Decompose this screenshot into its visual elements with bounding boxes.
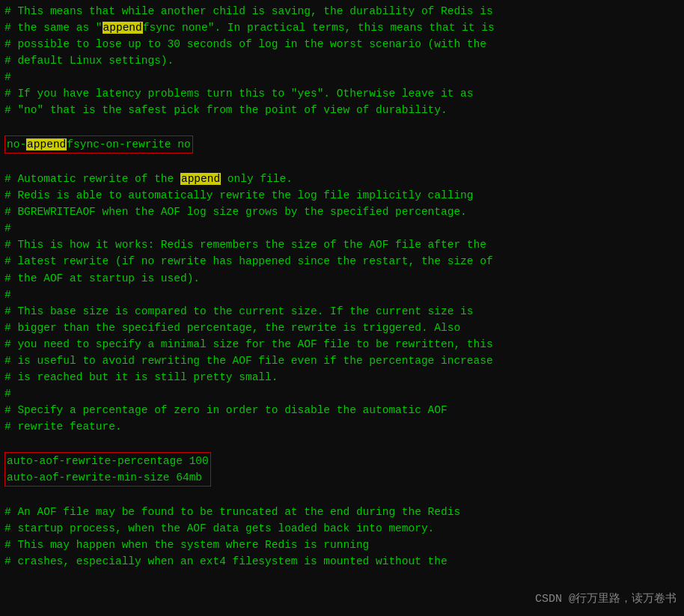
config-block-border: auto-aof-rewrite-percentage 100 auto-aof… [4, 452, 211, 487]
config-line-percentage: auto-aof-rewrite-percentage 100 [7, 453, 209, 469]
line-3: # possible to lose up to 30 seconds of l… [4, 36, 680, 52]
line-21: # you need to specify a minimal size for… [4, 336, 680, 353]
line-17: # the AOF at startup is used). [4, 270, 680, 287]
line-22: # is useful to avoid rewriting the AOF f… [4, 353, 680, 369]
line-5: # [4, 69, 680, 85]
line-27 [4, 435, 680, 451]
code-container: # This means that while another child is… [0, 0, 684, 616]
boxed-no-appendfsync: no-appendfsync-on-rewrite no [4, 135, 193, 153]
line-2: # the same as "appendfsync none". In pra… [4, 19, 680, 36]
line-23: # is reached but it is still pretty smal… [4, 369, 680, 385]
line-1: # This means that while another child is… [4, 3, 680, 19]
line-33: # This may happen when the system where … [4, 537, 680, 553]
line-30 [4, 487, 680, 504]
line-10 [4, 154, 680, 171]
line-16: # latest rewrite (if no rewrite has happ… [4, 253, 680, 269]
config-line-no-appendfsync: no-appendfsync-on-rewrite no [4, 135, 680, 153]
line-4: # default Linux settings). [4, 52, 680, 69]
line-19: # This base size is compared to the curr… [4, 303, 680, 320]
line-24: # [4, 385, 680, 402]
line-12: # Redis is able to automatically rewrite… [4, 187, 680, 204]
line-6: # If you have latency problems turn this… [4, 85, 680, 102]
line-25: # Specify a percentage of zero in order … [4, 402, 680, 418]
highlight-append-2: append [180, 173, 221, 185]
line-13: # BGREWRITEAOF when the AOF log size gro… [4, 204, 680, 220]
line-7: # "no" that is the safest pick from the … [4, 102, 680, 118]
watermark: CSDN @行万里路，读万卷书 [535, 591, 677, 609]
line-18: # [4, 287, 680, 303]
line-8 [4, 118, 680, 135]
config-block-auto-aof: auto-aof-rewrite-percentage 100 auto-aof… [4, 452, 680, 487]
line-15: # This is how it works: Redis remembers … [4, 237, 680, 253]
line-34: # crashes, especially when an ext4 files… [4, 553, 680, 570]
line-26: # rewrite feature. [4, 418, 680, 435]
highlight-append-boxed: append [26, 138, 67, 150]
line-14: # [4, 220, 680, 237]
line-11: # Automatic rewrite of the append only f… [4, 171, 680, 187]
line-32: # startup process, when the AOF data get… [4, 520, 680, 537]
highlight-append-1: append [103, 22, 143, 34]
config-line-minsize: auto-aof-rewrite-min-size 64mb [7, 469, 209, 486]
line-20: # bigger than the specified percentage, … [4, 320, 680, 336]
line-31: # An AOF file may be found to be truncat… [4, 504, 680, 520]
